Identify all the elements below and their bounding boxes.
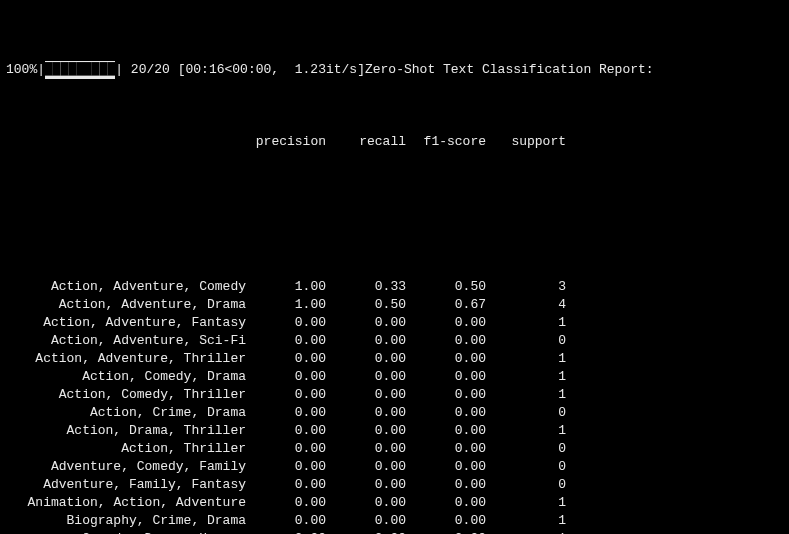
cell-recall: 0.00 — [326, 332, 406, 350]
cell-support: 1 — [486, 350, 566, 368]
cell-support: 1 — [486, 512, 566, 530]
row-label: Action, Adventure, Drama — [6, 296, 246, 314]
table-row: Adventure, Family, Fantasy0.000.000.000 — [6, 476, 783, 494]
cell-f1: 0.00 — [406, 494, 486, 512]
cell-f1: 0.00 — [406, 386, 486, 404]
header-f1: f1-score — [406, 133, 486, 151]
row-label: Comedy, Drama, Horror — [6, 530, 246, 534]
table-row: Action, Adventure, Fantasy0.000.000.001 — [6, 314, 783, 332]
row-label: Biography, Crime, Drama — [6, 512, 246, 530]
table-row: Adventure, Comedy, Family0.000.000.000 — [6, 458, 783, 476]
cell-recall: 0.00 — [326, 494, 406, 512]
table-row: Action, Adventure, Sci-Fi0.000.000.000 — [6, 332, 783, 350]
cell-recall: 0.00 — [326, 368, 406, 386]
table-row: Action, Comedy, Drama0.000.000.001 — [6, 368, 783, 386]
cell-f1: 0.00 — [406, 458, 486, 476]
cell-precision: 1.00 — [246, 296, 326, 314]
cell-recall: 0.00 — [326, 350, 406, 368]
cell-precision: 0.00 — [246, 386, 326, 404]
cell-f1: 0.00 — [406, 332, 486, 350]
table-row: Action, Adventure, Drama1.000.500.674 — [6, 296, 783, 314]
cell-precision: 0.00 — [246, 512, 326, 530]
cell-recall: 0.00 — [326, 314, 406, 332]
cell-precision: 0.00 — [246, 422, 326, 440]
cell-support: 1 — [486, 530, 566, 534]
cell-support: 0 — [486, 440, 566, 458]
cell-f1: 0.50 — [406, 278, 486, 296]
cell-recall: 0.00 — [326, 440, 406, 458]
progress-percent: 100% — [6, 62, 37, 77]
table-row: Animation, Action, Adventure0.000.000.00… — [6, 494, 783, 512]
row-label: Adventure, Comedy, Family — [6, 458, 246, 476]
cell-f1: 0.00 — [406, 350, 486, 368]
row-label: Action, Comedy, Drama — [6, 368, 246, 386]
cell-precision: 0.00 — [246, 314, 326, 332]
cell-precision: 0.00 — [246, 350, 326, 368]
cell-f1: 0.00 — [406, 368, 486, 386]
cell-support: 0 — [486, 332, 566, 350]
cell-precision: 0.00 — [246, 440, 326, 458]
progress-line: 100%|█████████| 20/20 [00:16<00:00, 1.23… — [6, 61, 783, 79]
row-label: Animation, Action, Adventure — [6, 494, 246, 512]
report-title: Zero-Shot Text Classification Report: — [365, 62, 654, 77]
table-row: Action, Drama, Thriller0.000.000.001 — [6, 422, 783, 440]
table-row: Action, Comedy, Thriller0.000.000.001 — [6, 386, 783, 404]
row-label: Action, Adventure, Thriller — [6, 350, 246, 368]
row-label: Adventure, Family, Fantasy — [6, 476, 246, 494]
cell-recall: 0.00 — [326, 530, 406, 534]
table-row: Action, Thriller0.000.000.000 — [6, 440, 783, 458]
cell-f1: 0.00 — [406, 404, 486, 422]
progress-rate: 1.23it/s — [295, 62, 357, 77]
progress-remaining: 00:00 — [232, 62, 271, 77]
table-row: Comedy, Drama, Horror0.000.000.001 — [6, 530, 783, 534]
cell-recall: 0.50 — [326, 296, 406, 314]
cell-precision: 0.00 — [246, 530, 326, 534]
table-row: Action, Adventure, Comedy1.000.330.503 — [6, 278, 783, 296]
blank-line — [6, 206, 783, 224]
cell-support: 0 — [486, 458, 566, 476]
header-support: support — [486, 133, 566, 151]
cell-recall: 0.00 — [326, 512, 406, 530]
cell-recall: 0.00 — [326, 458, 406, 476]
class-rows: Action, Adventure, Comedy1.000.330.503Ac… — [6, 278, 783, 534]
table-row: Action, Crime, Drama0.000.000.000 — [6, 404, 783, 422]
cell-support: 3 — [486, 278, 566, 296]
row-label: Action, Thriller — [6, 440, 246, 458]
cell-support: 0 — [486, 404, 566, 422]
cell-recall: 0.00 — [326, 476, 406, 494]
table-row: Action, Adventure, Thriller0.000.000.001 — [6, 350, 783, 368]
cell-precision: 0.00 — [246, 476, 326, 494]
row-label: Action, Adventure, Sci-Fi — [6, 332, 246, 350]
cell-recall: 0.33 — [326, 278, 406, 296]
cell-support: 1 — [486, 368, 566, 386]
progress-bar: █████████ — [45, 61, 115, 79]
cell-support: 0 — [486, 476, 566, 494]
header-recall: recall — [326, 133, 406, 151]
progress-counter: 20/20 — [131, 62, 170, 77]
cell-precision: 0.00 — [246, 332, 326, 350]
progress-fill: █████████ — [45, 61, 115, 79]
cell-recall: 0.00 — [326, 404, 406, 422]
terminal-output: 100%|█████████| 20/20 [00:16<00:00, 1.23… — [0, 0, 789, 534]
row-label: Action, Drama, Thriller — [6, 422, 246, 440]
cell-f1: 0.00 — [406, 440, 486, 458]
cell-support: 1 — [486, 386, 566, 404]
header-precision: precision — [246, 133, 326, 151]
cell-support: 1 — [486, 494, 566, 512]
cell-recall: 0.00 — [326, 422, 406, 440]
cell-f1: 0.00 — [406, 476, 486, 494]
cell-f1: 0.00 — [406, 530, 486, 534]
cell-support: 1 — [486, 422, 566, 440]
cell-precision: 1.00 — [246, 278, 326, 296]
cell-support: 4 — [486, 296, 566, 314]
row-label: Action, Crime, Drama — [6, 404, 246, 422]
cell-recall: 0.00 — [326, 386, 406, 404]
cell-f1: 0.00 — [406, 512, 486, 530]
progress-elapsed: 00:16 — [185, 62, 224, 77]
row-label: Action, Comedy, Thriller — [6, 386, 246, 404]
cell-precision: 0.00 — [246, 368, 326, 386]
table-row: Biography, Crime, Drama0.000.000.001 — [6, 512, 783, 530]
cell-f1: 0.00 — [406, 314, 486, 332]
cell-precision: 0.00 — [246, 404, 326, 422]
header-row: precisionrecallf1-scoresupport — [6, 133, 783, 151]
